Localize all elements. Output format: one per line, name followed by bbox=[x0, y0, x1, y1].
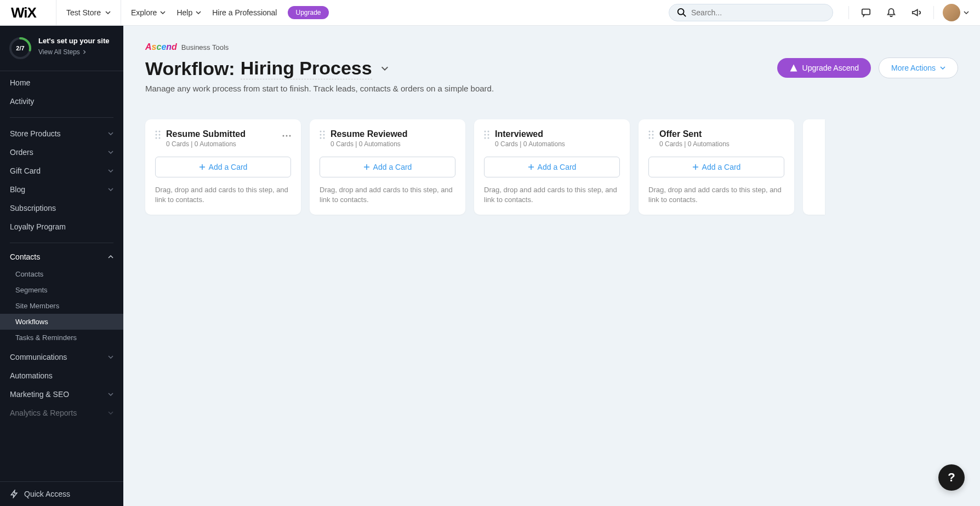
megaphone-icon[interactable] bbox=[910, 7, 922, 19]
sidebar-item-marketing-seo[interactable]: Marketing & SEO bbox=[0, 385, 123, 404]
sidebar-item-activity[interactable]: Activity bbox=[0, 92, 123, 111]
sidebar-item-store-products[interactable]: Store Products bbox=[0, 124, 123, 143]
column-offer-sent: Offer Sent 0 Cards | 0 Automations Add a… bbox=[639, 119, 794, 215]
svg-point-14 bbox=[320, 131, 322, 133]
svg-point-5 bbox=[156, 131, 157, 133]
svg-point-11 bbox=[283, 135, 284, 137]
page-title-wrap[interactable]: Workflow: Hiring Process bbox=[145, 58, 389, 79]
column-peek bbox=[803, 119, 825, 215]
wix-logo[interactable]: WiX bbox=[11, 4, 36, 21]
nav-label: Site Members bbox=[15, 302, 59, 310]
column-title: Resume Reviewed bbox=[331, 129, 455, 139]
add-card-button[interactable]: Add a Card bbox=[484, 157, 620, 177]
main: Ascend Business Tools Workflow: Hiring P… bbox=[123, 26, 980, 506]
explore-menu[interactable]: Explore bbox=[131, 8, 166, 17]
avatar[interactable] bbox=[943, 4, 960, 21]
drag-handle-icon[interactable] bbox=[648, 130, 654, 141]
column-menu-icon[interactable] bbox=[282, 129, 291, 139]
column-title: Resume Submitted bbox=[166, 129, 277, 139]
site-selector[interactable]: Test Store bbox=[66, 8, 111, 17]
nav-label: Activity bbox=[10, 97, 34, 106]
svg-point-15 bbox=[323, 131, 325, 133]
sidebar-item-workflows[interactable]: Workflows bbox=[0, 314, 123, 330]
sidebar-item-subscriptions[interactable]: Subscriptions bbox=[0, 199, 123, 217]
drag-handle-icon[interactable] bbox=[155, 130, 161, 141]
nav-label: Automations bbox=[10, 371, 53, 380]
help-menu[interactable]: Help bbox=[176, 8, 201, 17]
chat-icon[interactable] bbox=[860, 7, 872, 19]
more-actions-button[interactable]: More Actions bbox=[879, 58, 958, 78]
svg-point-19 bbox=[323, 137, 325, 139]
sidebar-item-gift-card[interactable]: Gift Card bbox=[0, 162, 123, 180]
column-hint: Drag, drop and add cards to this step, a… bbox=[155, 185, 291, 205]
svg-point-27 bbox=[652, 131, 654, 133]
sidebar-item-home[interactable]: Home bbox=[0, 73, 123, 92]
plus-icon bbox=[692, 164, 699, 170]
chevron-down-icon[interactable] bbox=[964, 10, 969, 15]
divider bbox=[848, 6, 849, 19]
svg-point-26 bbox=[649, 131, 651, 133]
lightning-icon bbox=[10, 490, 19, 498]
add-card-label: Add a Card bbox=[209, 163, 248, 171]
nav-label: Orders bbox=[10, 148, 33, 157]
sidebar-item-analytics-reports[interactable]: Analytics & Reports bbox=[0, 404, 123, 422]
sidebar-item-segments[interactable]: Segments bbox=[0, 282, 123, 298]
svg-point-13 bbox=[289, 135, 291, 137]
chevron-down-icon bbox=[108, 188, 113, 191]
board-scroll[interactable]: Resume Submitted 0 Cards | 0 Automations… bbox=[123, 119, 980, 506]
add-card-label: Add a Card bbox=[538, 163, 577, 171]
column-interviewed: Interviewed 0 Cards | 0 Automations Add … bbox=[474, 119, 630, 215]
chevron-down-icon[interactable] bbox=[381, 66, 389, 71]
svg-point-28 bbox=[649, 134, 651, 136]
upgrade-ascend-button[interactable]: Upgrade Ascend bbox=[777, 58, 871, 78]
sidebar-item-loyalty-program[interactable]: Loyalty Program bbox=[0, 217, 123, 236]
svg-point-21 bbox=[488, 131, 489, 133]
sidebar-item-site-members[interactable]: Site Members bbox=[0, 298, 123, 314]
help-fab[interactable]: ? bbox=[938, 464, 965, 491]
bell-icon[interactable] bbox=[885, 7, 897, 19]
search-icon bbox=[677, 8, 687, 18]
quick-access[interactable]: Quick Access bbox=[0, 481, 123, 506]
column-resume-reviewed: Resume Reviewed 0 Cards | 0 Automations … bbox=[310, 119, 465, 215]
search-box[interactable] bbox=[669, 4, 833, 21]
workflow-name[interactable]: Hiring Process bbox=[241, 58, 372, 79]
chevron-down-icon bbox=[160, 10, 166, 15]
column-resume-submitted: Resume Submitted 0 Cards | 0 Automations… bbox=[145, 119, 301, 215]
sidebar-item-communications[interactable]: Communications bbox=[0, 348, 123, 366]
setup-title: Let's set up your site bbox=[38, 37, 110, 46]
sidebar-item-orders[interactable]: Orders bbox=[0, 143, 123, 162]
progress-text: 2/7 bbox=[16, 45, 24, 51]
view-steps-label: View All Steps bbox=[38, 48, 80, 56]
svg-point-16 bbox=[320, 134, 322, 136]
sidebar-item-contacts[interactable]: Contacts bbox=[0, 248, 123, 266]
sidebar-item-automations[interactable]: Automations bbox=[0, 366, 123, 385]
add-card-button[interactable]: Add a Card bbox=[648, 157, 784, 177]
breadcrumb-suffix: Business Tools bbox=[181, 43, 229, 51]
sidebar-item-contacts[interactable]: Contacts bbox=[0, 266, 123, 282]
add-card-button[interactable]: Add a Card bbox=[320, 157, 455, 177]
add-card-button[interactable]: Add a Card bbox=[155, 157, 291, 177]
explore-label: Explore bbox=[131, 8, 157, 17]
nav-label: Blog bbox=[10, 185, 25, 194]
setup-block[interactable]: 2/7 Let's set up your site View All Step… bbox=[0, 26, 123, 71]
svg-point-17 bbox=[323, 134, 325, 136]
chevron-down-icon bbox=[108, 411, 113, 415]
nav-label: Analytics & Reports bbox=[10, 409, 77, 417]
plus-icon bbox=[199, 164, 206, 170]
nav-label: Marketing & SEO bbox=[10, 390, 69, 399]
add-card-label: Add a Card bbox=[702, 163, 741, 171]
column-meta: 0 Cards | 0 Automations bbox=[659, 140, 784, 148]
svg-point-12 bbox=[286, 135, 288, 137]
drag-handle-icon[interactable] bbox=[484, 130, 489, 141]
sidebar-item-tasks-reminders[interactable]: Tasks & Reminders bbox=[0, 330, 123, 346]
column-title: Offer Sent bbox=[659, 129, 784, 139]
sidebar-item-blog[interactable]: Blog bbox=[0, 180, 123, 199]
upgrade-pill[interactable]: Upgrade bbox=[288, 6, 328, 19]
nav-label: Store Products bbox=[10, 129, 61, 138]
nav-label: Home bbox=[10, 78, 30, 87]
drag-handle-icon[interactable] bbox=[320, 130, 325, 141]
hire-link[interactable]: Hire a Professional bbox=[212, 8, 277, 17]
search-input[interactable] bbox=[691, 8, 825, 17]
breadcrumb[interactable]: Ascend Business Tools bbox=[145, 42, 958, 52]
view-all-steps[interactable]: View All Steps bbox=[38, 48, 110, 56]
